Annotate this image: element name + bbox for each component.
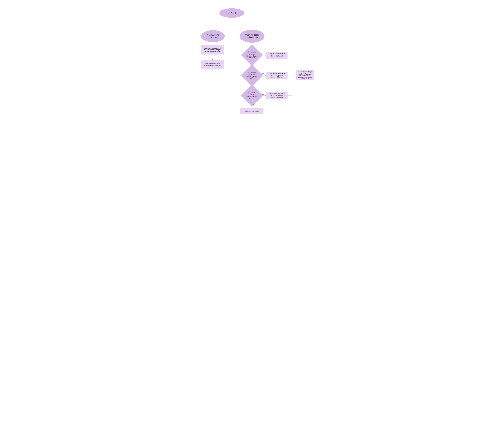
rack-activation-rect: Activation of the rack for waste pushing… xyxy=(296,70,314,80)
init-motor-rect: Initialize stepper motor(conveyor belt m… xyxy=(201,61,224,69)
act-3900-rect: Activate stepper motors to move the conv… xyxy=(266,72,288,79)
diamond-paper: Is the waste recognizedby the webcam PAP… xyxy=(244,47,260,63)
flowchart: START When Arduinostarts up When the spa… xyxy=(193,5,311,111)
yes-label-metal: YES xyxy=(261,93,264,95)
shape-layer: START When Arduinostarts up When the spa… xyxy=(193,5,311,111)
diamond-plastic: Is the waste recognizedby the webcam PLA… xyxy=(244,67,260,83)
no-label-metal: NO xyxy=(253,104,255,106)
yes-label-paper: YES xyxy=(261,53,264,54)
arduino-start-oval: When Arduinostarts up xyxy=(201,30,225,42)
disable-comm-rect: Disable communication withthe Arduino co… xyxy=(201,45,224,54)
no-label-plastic: NO xyxy=(253,84,255,85)
no-label-paper: NO xyxy=(253,64,255,65)
start-oval: START xyxy=(219,8,244,18)
yes-label-plastic: YES xyxy=(261,73,264,75)
act-1500-rect: Activate stepper motors to move the conv… xyxy=(266,52,288,59)
space-key-oval: When the spacekey is pressed xyxy=(240,30,264,43)
act-6100-rect: Activate stepper motors to move the conv… xyxy=(266,92,288,99)
diamond-metal: Is the waste recognizedby the webcam MET… xyxy=(244,88,260,103)
unrecognized-rect: Rifiuto non riconosciuto xyxy=(240,108,263,114)
